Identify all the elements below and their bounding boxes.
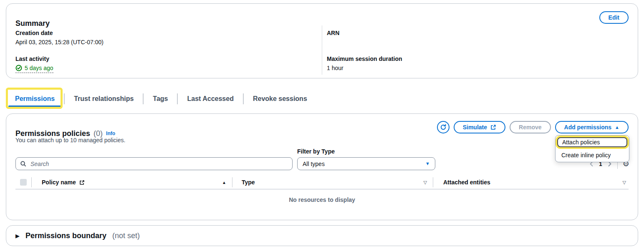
summary-column-divider: [322, 25, 322, 75]
remove-button-label: Remove: [519, 124, 541, 131]
creation-date-label: Creation date: [15, 30, 308, 36]
summary-panel: Summary Edit Creation date April 03, 202…: [6, 3, 638, 78]
simulate-button[interactable]: Simulate: [454, 121, 505, 133]
menu-item-attach-policies[interactable]: Attach policies: [557, 137, 627, 147]
simulate-button-label: Simulate: [463, 124, 487, 131]
add-permissions-dropdown-menu: Attach policies Create inline policy: [555, 135, 629, 162]
add-permissions-button-label: Add permissions: [564, 124, 612, 131]
last-activity-value[interactable]: 5 days ago: [15, 65, 53, 73]
arn-field: ARN: [327, 30, 627, 45]
policy-name-column-label: Policy name: [42, 179, 76, 186]
permissions-boundary-header[interactable]: ▶ Permissions boundary (not set): [6, 226, 638, 246]
policy-search-box[interactable]: [15, 157, 293, 170]
permissions-boundary-title: Permissions boundary: [25, 231, 106, 240]
type-filter-select[interactable]: All types ▼: [297, 157, 435, 170]
max-session-label: Maximum session duration: [327, 55, 627, 62]
filter-caret-icon[interactable]: ▽: [623, 180, 626, 185]
arn-value: [327, 39, 627, 45]
summary-title: Summary: [15, 19, 50, 28]
caret-down-icon: ▼: [425, 161, 430, 166]
attached-entities-column-label: Attached entities: [443, 179, 490, 186]
external-link-icon: [79, 180, 85, 185]
status-positive-icon: [15, 65, 22, 71]
policies-action-bar: Simulate Remove Add permissions ▲: [437, 121, 629, 133]
refresh-button[interactable]: [437, 121, 450, 133]
permissions-boundary-panel: ▶ Permissions boundary (not set): [6, 225, 638, 246]
refresh-icon: [440, 124, 447, 131]
filter-caret-icon[interactable]: ▽: [424, 180, 427, 185]
search-icon: [20, 161, 26, 167]
add-permissions-button[interactable]: Add permissions ▲: [555, 121, 629, 133]
tab-trust-relationships[interactable]: Trust relationships: [65, 90, 143, 108]
column-header-policy-name[interactable]: Policy name ▲: [32, 179, 232, 186]
sort-ascending-icon[interactable]: ▲: [222, 180, 226, 185]
search-input[interactable]: [30, 160, 288, 168]
select-all-checkbox[interactable]: [20, 179, 27, 186]
policies-table-header: Policy name ▲ Type ▽ Attached entities ▽: [15, 176, 629, 189]
last-activity-text: 5 days ago: [25, 65, 53, 71]
info-link[interactable]: Info: [106, 131, 115, 136]
last-activity-field: Last activity 5 days ago: [15, 55, 308, 73]
max-session-field: Maximum session duration 1 hour: [327, 55, 627, 71]
max-session-value: 1 hour: [327, 65, 627, 71]
summary-left-column: Creation date April 03, 2025, 15:28 (UTC…: [15, 30, 308, 83]
tab-permissions[interactable]: Permissions: [6, 90, 64, 108]
column-header-attached-entities[interactable]: Attached entities ▽: [433, 179, 629, 186]
creation-date-value: April 03, 2025, 15:28 (UTC-07:00): [15, 39, 308, 45]
permissions-policies-description: You can attach up to 10 managed policies…: [15, 137, 125, 143]
detail-tabs: Permissions Trust relationships Tags Las…: [6, 89, 316, 108]
tab-tags[interactable]: Tags: [144, 90, 177, 108]
type-filter-value: All types: [303, 161, 325, 167]
permissions-boundary-status: (not set): [112, 231, 140, 240]
edit-button-label: Edit: [609, 14, 619, 21]
creation-date-field: Creation date April 03, 2025, 15:28 (UTC…: [15, 30, 308, 45]
type-column-label: Type: [242, 179, 255, 186]
last-activity-label: Last activity: [15, 55, 308, 62]
column-header-type[interactable]: Type ▽: [232, 179, 433, 186]
tab-revoke-sessions[interactable]: Revoke sessions: [244, 90, 316, 108]
permissions-policies-panel: Permissions policies (0) Info You can at…: [6, 113, 638, 220]
edit-button[interactable]: Edit: [599, 11, 629, 24]
menu-item-create-inline-policy[interactable]: Create inline policy: [557, 150, 627, 160]
empty-table-message: No resources to display: [6, 196, 638, 203]
tab-last-accessed[interactable]: Last Accessed: [178, 90, 242, 108]
caret-up-icon: ▲: [615, 125, 619, 130]
expand-triangle-icon[interactable]: ▶: [15, 233, 20, 239]
summary-right-column: ARN Maximum session duration 1 hour: [327, 30, 627, 81]
external-link-icon: [490, 124, 496, 130]
filter-by-type-label: Filter by Type: [297, 148, 335, 155]
remove-button[interactable]: Remove: [510, 121, 551, 133]
arn-label: ARN: [327, 30, 627, 36]
